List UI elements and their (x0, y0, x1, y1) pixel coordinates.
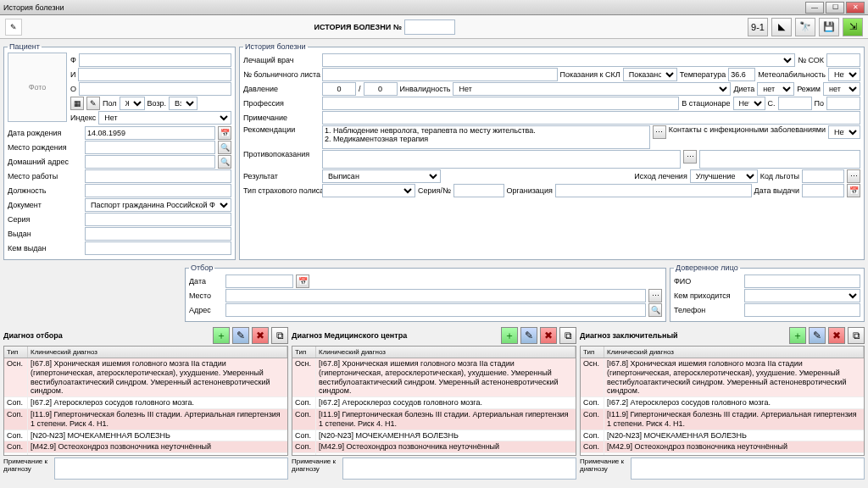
photo-tool-1[interactable]: ▦ (70, 97, 84, 110)
table-row[interactable]: Осн.[I67.8] Хроническая ишемия головного… (4, 358, 287, 397)
insurtype-select[interactable] (322, 184, 415, 197)
save-button[interactable]: 💾 (819, 18, 839, 36)
add-button[interactable]: ＋ (501, 327, 518, 344)
otbor-addr-input[interactable] (225, 303, 646, 317)
edit-button[interactable]: ✎ (520, 327, 537, 344)
edit-button[interactable]: ✎ (232, 327, 249, 344)
table-row[interactable]: Соп.[I63.5] Ранний восстановительный пер… (581, 453, 864, 456)
org-input[interactable] (555, 184, 752, 197)
table-row[interactable]: Соп.[N20-N23] МОЧЕКАМЕННАЯ БОЛЕЗНЬ (292, 430, 576, 442)
maximize-button[interactable]: ☐ (826, 2, 844, 14)
meteo-select[interactable]: Нет (828, 68, 860, 81)
profession-input[interactable] (322, 97, 679, 110)
exit-button[interactable]: ⇲ (843, 18, 863, 36)
document-select[interactable]: Паспорт гражданина Российской Ф (85, 198, 231, 212)
issuedate-input[interactable] (802, 184, 844, 197)
doc-series-input[interactable] (85, 213, 231, 226)
diag-note-text[interactable] (54, 458, 288, 480)
temp-input[interactable] (728, 68, 755, 81)
infcontact-text[interactable] (699, 150, 860, 169)
add-button[interactable]: ＋ (213, 327, 230, 344)
otbor-date-input[interactable] (225, 274, 293, 288)
ruler-button[interactable]: ◣ (771, 18, 792, 36)
pressure-sys-input[interactable] (322, 82, 356, 96)
table-row[interactable]: Соп.[I11.9] Гипертоническая болезнь III … (581, 409, 864, 430)
lookup-icon[interactable]: 🔍 (218, 141, 231, 154)
trustee-fio-input[interactable] (744, 274, 860, 288)
benefit-input[interactable] (802, 169, 844, 183)
table-row[interactable]: Осн.[I67.8] Хроническая ишемия головного… (581, 358, 864, 397)
address-input[interactable] (85, 155, 215, 169)
note-input[interactable] (322, 111, 860, 125)
photo-tool-2[interactable]: ✎ (86, 97, 100, 110)
table-row[interactable]: Соп.[M42.9] Остеохондроз позвоночника не… (292, 441, 576, 453)
delete-button[interactable]: ✖ (540, 327, 557, 344)
dob-input[interactable] (85, 126, 215, 140)
doc-issued-input[interactable] (85, 227, 231, 241)
table-row[interactable]: Соп.[M42.9] Остеохондроз позвоночника не… (4, 441, 287, 453)
copy-button[interactable]: ⧉ (271, 327, 288, 344)
result-select[interactable]: Выписан (322, 169, 441, 183)
copy-button[interactable]: ⧉ (848, 327, 865, 344)
age-select[interactable]: Вз (169, 97, 198, 110)
infcontact-select[interactable]: Нет (828, 125, 860, 139)
sicklist-input[interactable] (322, 68, 558, 81)
trustee-tel-input[interactable] (744, 303, 860, 317)
outcome-select[interactable]: Улучшение (690, 169, 758, 183)
index-select[interactable]: Нет (98, 111, 231, 125)
serno-input[interactable] (453, 184, 504, 197)
lookup-icon[interactable]: 🔍 (218, 155, 231, 169)
diag-note-text[interactable] (342, 458, 576, 480)
table-row[interactable]: Соп.[N20-N23] МОЧЕКАМЕННАЯ БОЛЕЗНЬ (4, 430, 287, 442)
stac-select[interactable]: Нет (733, 97, 765, 110)
expand-icon[interactable]: ⋯ (653, 125, 666, 139)
edit-icon[interactable]: ✎ (5, 19, 22, 36)
nsok-input[interactable] (826, 53, 860, 67)
position-input[interactable] (85, 184, 231, 197)
table-row[interactable]: Соп.[I63.5] Ранний восстановительный пер… (4, 453, 287, 456)
workplace-input[interactable] (85, 169, 231, 183)
table-row[interactable]: Соп.[N20-N23] МОЧЕКАМЕННАЯ БОЛЕЗНЬ (581, 430, 864, 442)
skl-select[interactable]: Показано (623, 68, 677, 81)
doc-issuedby-input[interactable] (85, 241, 231, 255)
delete-button[interactable]: ✖ (252, 327, 269, 344)
diet-select[interactable]: нет (757, 82, 794, 96)
diag-note-text[interactable] (631, 458, 865, 480)
calendar-icon[interactable]: 📅 (296, 274, 309, 288)
birthplace-input[interactable] (85, 141, 215, 154)
invalid-select[interactable]: Нет (453, 82, 731, 96)
table-row[interactable]: Соп.[I63.5] Ранний восстановительный пер… (292, 453, 576, 456)
pressure-dia-input[interactable] (364, 82, 398, 96)
diag-table[interactable]: ТипКлинический диагноз Осн.[I67.8] Хрони… (3, 346, 288, 456)
minimize-button[interactable]: — (805, 2, 824, 14)
regime-select[interactable]: нет (823, 82, 860, 96)
table-row[interactable]: Осн.[I67.8] Хроническая ишемия головного… (292, 358, 576, 397)
table-row[interactable]: Соп.[I67.2] Атеросклероз сосудов головно… (581, 397, 864, 409)
recommendations-text[interactable] (322, 125, 650, 149)
table-row[interactable]: Соп.[I67.2] Атеросклероз сосудов головно… (4, 397, 287, 409)
calendar-icon[interactable]: 📅 (847, 184, 860, 197)
diag-table[interactable]: ТипКлинический диагноз Осн.[I67.8] Хрони… (580, 346, 865, 456)
close-button[interactable]: ✕ (846, 2, 865, 14)
delete-button[interactable]: ✖ (828, 327, 845, 344)
expand-icon[interactable]: ⋯ (683, 150, 697, 164)
stac-to-input[interactable] (826, 97, 860, 110)
name-input[interactable] (78, 68, 231, 81)
card-button[interactable]: 9-1 (748, 18, 768, 36)
stac-from-input[interactable] (778, 97, 812, 110)
table-row[interactable]: Соп.[M42.9] Остеохондроз позвоночника не… (581, 441, 864, 453)
patronymic-input[interactable] (79, 82, 231, 96)
sex-select[interactable]: Ж (120, 97, 145, 110)
contra-text[interactable] (322, 150, 681, 169)
lookup-icon[interactable]: ⋯ (847, 169, 860, 183)
table-row[interactable]: Соп.[I11.9] Гипертоническая болезнь III … (292, 409, 576, 430)
edit-button[interactable]: ✎ (809, 327, 826, 344)
otbor-place-input[interactable] (225, 289, 646, 302)
diag-table[interactable]: ТипКлинический диагноз Осн.[I67.8] Хрони… (292, 346, 576, 456)
calendar-icon[interactable]: 📅 (218, 126, 231, 140)
patient-photo[interactable]: Фото (8, 53, 67, 122)
doctor-select[interactable] (322, 53, 795, 67)
surname-input[interactable] (79, 53, 231, 67)
binoculars-button[interactable]: 🔭 (795, 18, 815, 36)
copy-button[interactable]: ⧉ (559, 327, 576, 344)
